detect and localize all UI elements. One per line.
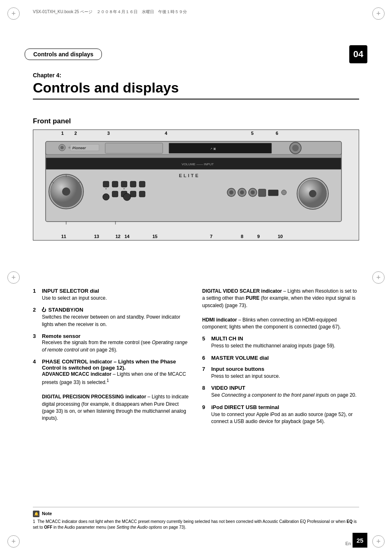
desc-item-9: 9 iPod DIRECT USB terminal Use to connec…: [202, 404, 359, 426]
chapter-num-box: 04: [349, 45, 367, 63]
svg-rect-31: [130, 191, 136, 197]
svg-text:VOLUME  ——  INPUT: VOLUME —— INPUT: [182, 162, 214, 166]
desc-item-dvs: DIGITAL VIDEO SCALER indicator – Lights …: [202, 288, 359, 331]
svg-point-30: [123, 193, 131, 201]
diagram-num-1: 1: [61, 131, 64, 136]
svg-rect-8: [169, 143, 272, 153]
svg-point-38: [240, 190, 244, 194]
svg-rect-41: [258, 189, 266, 197]
diagram-num-12: 12: [115, 234, 120, 239]
corner-mark-tl: [7, 7, 20, 20]
svg-text:↗ ▣: ↗ ▣: [210, 147, 216, 150]
diagram-num-15: 15: [152, 234, 157, 239]
svg-rect-24: [121, 181, 127, 187]
diagram-num-8: 8: [241, 234, 243, 239]
desc-item-5: 5 MULTI CH IN Press to select the multic…: [202, 335, 359, 349]
svg-point-46: [309, 190, 316, 197]
svg-rect-42: [268, 190, 278, 196]
diagram-num-7: 7: [210, 234, 212, 239]
svg-point-33: [105, 188, 107, 190]
svg-rect-25: [130, 181, 136, 187]
svg-text:Pioneer: Pioneer: [72, 146, 86, 150]
page-lang: En: [346, 541, 351, 546]
svg-point-34: [123, 188, 125, 190]
note-label: Note: [42, 511, 52, 517]
diagram-num-6: 6: [276, 131, 278, 136]
chapter-label: Chapter 4:: [33, 72, 359, 79]
corner-mark-mr: [372, 271, 385, 284]
front-panel-section: Front panel 1 2 3 4 5 6 Pioneer ↗ ▣: [33, 117, 359, 248]
diagram-num-14: 14: [125, 234, 129, 239]
desc-item-2: 2 STANDBY/ON Switches the receiver betwe…: [33, 307, 190, 328]
diagram-num-4: 4: [165, 131, 167, 136]
note-header: 🔔 Note: [33, 511, 359, 517]
diagram-num-11: 11: [61, 234, 66, 239]
diagram-num-2: 2: [74, 131, 77, 136]
svg-rect-28: [112, 191, 118, 197]
note-icon: 🔔: [33, 511, 39, 517]
note-text: 1 The MCACC indicator does not light whe…: [33, 519, 359, 530]
svg-rect-7: [105, 143, 163, 153]
svg-rect-12: [46, 155, 341, 158]
svg-point-43: [281, 190, 286, 195]
corner-mark-ml: [7, 271, 20, 284]
diagram-num-10: 10: [278, 234, 283, 239]
desc-item-1: 1 INPUT SELECTOR dial Use to select an i…: [33, 288, 190, 302]
svg-point-6: [69, 147, 71, 149]
descriptions: 1 INPUT SELECTOR dial Use to select an i…: [33, 288, 359, 430]
svg-text:ELITE: ELITE: [179, 173, 200, 178]
page-number: 25: [353, 533, 367, 548]
svg-point-18: [62, 187, 70, 196]
note-section: 🔔 Note 1 The MCACC indicator does not li…: [33, 507, 359, 530]
file-info: VSX-01TXH_KU.book 25 ページ ２００８年４月１６日 水曜日 …: [33, 9, 187, 15]
svg-point-27: [103, 194, 109, 200]
chapter-title: Controls and displays: [33, 80, 359, 99]
header-title: Controls and displays: [25, 49, 102, 60]
desc-col-right: DIGITAL VIDEO SCALER indicator – Lights …: [202, 288, 359, 430]
corner-mark-bl: [7, 535, 20, 548]
desc-item-6: 6 MASTER VOLUME dial: [202, 355, 359, 361]
chapter-section: Chapter 4: Controls and displays: [33, 72, 359, 99]
desc-item-8: 8 VIDEO INPUT See Connecting a component…: [202, 385, 359, 399]
svg-rect-23: [112, 181, 118, 187]
desc-col-left: 1 INPUT SELECTOR dial Use to select an i…: [33, 288, 190, 430]
device-svg: Pioneer ↗ ▣ VOLUME —— INPUT ELITE: [33, 130, 359, 240]
svg-point-36: [229, 190, 233, 194]
svg-rect-22: [103, 181, 109, 187]
svg-rect-32: [139, 191, 145, 197]
svg-rect-26: [139, 181, 145, 187]
desc-item-7: 7 Input source buttons Press to select a…: [202, 366, 359, 380]
svg-point-11: [292, 145, 299, 151]
desc-item-4: 4 PHASE CONTROL indicator – Lights when …: [33, 358, 190, 422]
diagram-num-3: 3: [107, 131, 110, 136]
diagram-num-5: 5: [251, 131, 254, 136]
corner-mark-br: [372, 535, 385, 548]
front-panel-title: Front panel: [33, 117, 359, 125]
diagram-num-9: 9: [257, 234, 260, 239]
desc-item-3: 3 Remote sensor Receives the signals fro…: [33, 333, 190, 354]
header-bar: Controls and displays 04: [25, 45, 367, 63]
svg-point-5: [60, 146, 64, 149]
corner-mark-tr: [372, 7, 385, 20]
device-diagram: 1 2 3 4 5 6 Pioneer ↗ ▣: [33, 130, 359, 240]
svg-point-40: [251, 190, 255, 194]
diagram-num-13: 13: [94, 234, 99, 239]
